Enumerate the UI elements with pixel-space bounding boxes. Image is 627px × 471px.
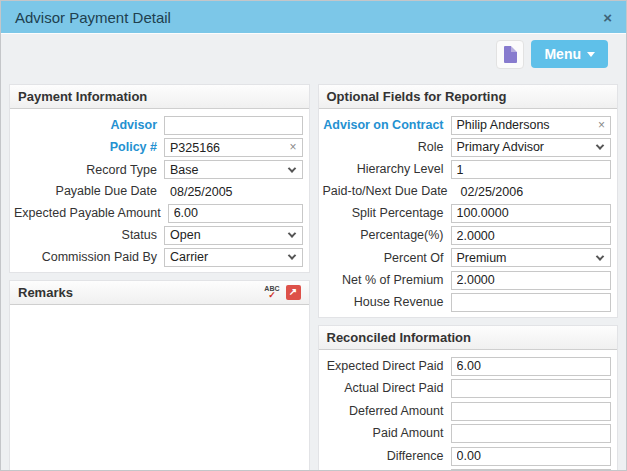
close-icon[interactable]: ×	[603, 10, 612, 25]
house-revenue-row: House Revenue	[323, 293, 614, 313]
remarks-icons: ABC ✓ ↗	[264, 285, 300, 300]
optional-fields-body: Advisor on Contract × Role Primary Advis…	[319, 109, 618, 317]
menu-button-label: Menu	[544, 46, 581, 62]
advisor-input[interactable]	[164, 116, 303, 135]
status-value: Open	[170, 228, 201, 242]
commission-paid-by-select[interactable]: Carrier	[164, 248, 303, 267]
percentage-label: Percentage(%)	[323, 228, 451, 242]
record-type-select[interactable]: Base	[164, 160, 303, 179]
split-percentage-input[interactable]	[451, 204, 612, 223]
difference-row: Difference	[323, 446, 614, 466]
paid-amount-input[interactable]	[451, 424, 612, 443]
paid-amount-label: Paid Amount	[323, 426, 451, 440]
commission-paid-by-value: Carrier	[170, 250, 208, 264]
chevron-down-icon	[596, 252, 604, 260]
role-value: Primary Advisor	[457, 140, 545, 154]
dialog-content: Payment Information Advisor Policy # ×	[1, 70, 626, 471]
spellcheck-check-mark: ✓	[268, 291, 276, 300]
advisor-on-contract-clear-icon[interactable]: ×	[598, 119, 605, 131]
left-column: Payment Information Advisor Policy # ×	[9, 84, 310, 471]
status-label: Status	[14, 228, 164, 242]
paid-to-next-due-date-row: Paid-to/Next Due Date 02/25/2006	[323, 182, 614, 200]
commission-paid-by-row: Commission Paid By Carrier	[14, 248, 305, 267]
menu-caret-icon	[587, 52, 595, 57]
payment-information-body: Advisor Policy # × Record Type	[10, 109, 309, 272]
policy-row: Policy # ×	[14, 138, 305, 158]
dialog-toolbar: Menu	[1, 34, 626, 70]
payable-due-date-label: Payable Due Date	[14, 184, 164, 198]
status-select[interactable]: Open	[164, 226, 303, 245]
chevron-down-icon	[287, 164, 295, 172]
house-revenue-input[interactable]	[451, 293, 612, 312]
paid-to-next-due-date-label: Paid-to/Next Due Date	[323, 184, 455, 198]
percentage-row: Percentage(%)	[323, 226, 614, 246]
popout-icon[interactable]: ↗	[286, 285, 301, 300]
percent-of-select[interactable]: Premium	[451, 248, 612, 267]
hierarchy-level-input[interactable]	[451, 160, 612, 179]
hierarchy-level-row: Hierarchy Level	[323, 160, 614, 180]
payable-due-date-value: 08/25/2005	[164, 185, 233, 199]
actual-direct-paid-input[interactable]	[451, 379, 612, 398]
record-type-row: Record Type Base	[14, 160, 305, 179]
chevron-down-icon	[596, 141, 604, 149]
deferred-amount-input[interactable]	[451, 402, 612, 421]
document-button[interactable]	[496, 40, 524, 69]
payable-due-date-row: Payable Due Date 08/25/2005	[14, 182, 305, 200]
policy-clear-icon[interactable]: ×	[289, 141, 296, 153]
reconciled-information-section: Reconciled Information Expected Direct P…	[318, 325, 619, 471]
paid-amount-row: Paid Amount	[323, 424, 614, 444]
right-column: Optional Fields for Reporting Advisor on…	[318, 84, 619, 471]
menu-button[interactable]: Menu	[531, 40, 608, 68]
expected-payable-amount-row: Expected Payable Amount	[14, 203, 305, 223]
reconciled-information-body: Expected Direct Paid Actual Direct Paid …	[319, 350, 618, 471]
difference-input[interactable]	[451, 447, 612, 466]
optional-fields-section: Optional Fields for Reporting Advisor on…	[318, 84, 619, 318]
actual-direct-paid-label: Actual Direct Paid	[323, 381, 451, 395]
payment-information-header: Payment Information	[10, 85, 309, 109]
chevron-down-icon	[287, 229, 295, 237]
split-percentage-row: Split Percentage	[323, 203, 614, 223]
dialog-title: Advisor Payment Detail	[15, 9, 171, 26]
deferred-amount-row: Deferred Amount	[323, 401, 614, 421]
role-row: Role Primary Advisor	[323, 138, 614, 157]
percent-of-row: Percent Of Premium	[323, 248, 614, 267]
percent-of-label: Percent Of	[323, 251, 451, 265]
expected-payable-amount-label: Expected Payable Amount	[14, 206, 168, 220]
spellcheck-icon[interactable]: ABC ✓	[264, 285, 279, 300]
percentage-input[interactable]	[451, 226, 612, 245]
chevron-down-icon	[287, 251, 295, 259]
actual-direct-paid-row: Actual Direct Paid	[323, 379, 614, 399]
role-select[interactable]: Primary Advisor	[451, 138, 612, 157]
net-pct-of-premium-label: Net % of Premium	[323, 273, 451, 287]
advisor-row: Advisor	[14, 115, 305, 135]
payment-information-section: Payment Information Advisor Policy # ×	[9, 84, 310, 273]
remarks-section: Remarks ABC ✓ ↗	[9, 280, 310, 471]
difference-label: Difference	[323, 449, 451, 463]
expected-direct-paid-row: Expected Direct Paid	[323, 356, 614, 376]
advisor-on-contract-label[interactable]: Advisor on Contract	[323, 118, 451, 132]
remarks-header: Remarks ABC ✓ ↗	[10, 281, 309, 305]
reconciled-information-header: Reconciled Information	[319, 326, 618, 350]
deferred-amount-label: Deferred Amount	[323, 404, 451, 418]
advisor-label[interactable]: Advisor	[14, 118, 164, 132]
policy-input[interactable]	[164, 138, 303, 157]
record-type-value: Base	[170, 163, 199, 177]
expected-payable-amount-input[interactable]	[168, 204, 303, 223]
net-pct-of-premium-input[interactable]	[451, 271, 612, 290]
remarks-title: Remarks	[18, 285, 73, 300]
net-pct-of-premium-row: Net % of Premium	[323, 270, 614, 290]
split-percentage-label: Split Percentage	[323, 206, 451, 220]
advisor-on-contract-input[interactable]	[451, 116, 612, 135]
expected-direct-paid-input[interactable]	[451, 357, 612, 376]
remarks-textarea[interactable]	[10, 305, 309, 471]
house-revenue-label: House Revenue	[323, 295, 451, 309]
role-label: Role	[323, 140, 451, 154]
commission-paid-by-label: Commission Paid By	[14, 250, 164, 264]
policy-label[interactable]: Policy #	[14, 140, 164, 154]
optional-fields-header: Optional Fields for Reporting	[319, 85, 618, 109]
document-icon	[504, 46, 517, 63]
expected-direct-paid-label: Expected Direct Paid	[323, 359, 451, 373]
percent-of-value: Premium	[457, 251, 507, 265]
paid-to-next-due-date-value: 02/25/2006	[455, 185, 524, 199]
hierarchy-level-label: Hierarchy Level	[323, 162, 451, 176]
